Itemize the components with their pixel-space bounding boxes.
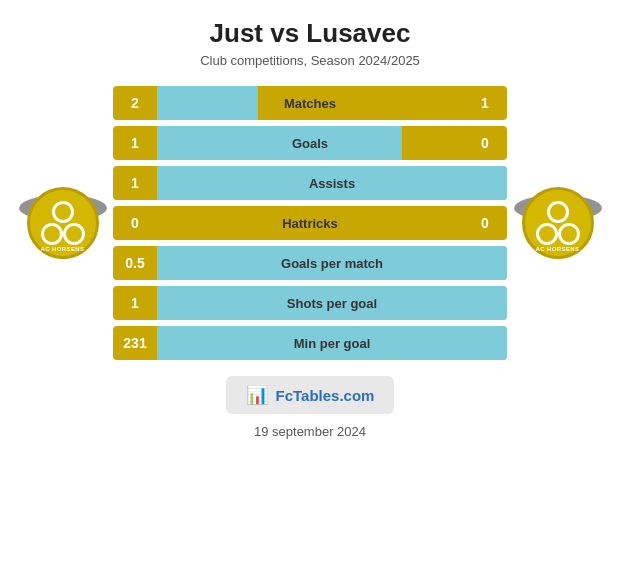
stat-left-value: 0.5: [113, 246, 157, 280]
stat-bar: Goals per match: [157, 246, 507, 280]
brand-icon: 📊: [246, 384, 268, 406]
stat-label: Hattricks: [157, 216, 463, 231]
stat-right-value: 0: [463, 126, 507, 160]
stat-left-value: 2: [113, 86, 157, 120]
stat-row: 0.5Goals per match: [113, 246, 507, 280]
stat-right-value: 1: [463, 86, 507, 120]
left-team-logo: AC HORSENS: [20, 187, 105, 259]
stat-bar: Hattricks: [157, 206, 463, 240]
stat-bar-fill: [157, 126, 402, 160]
stat-left-value: 1: [113, 286, 157, 320]
right-team-logo: AC HORSENS: [515, 187, 600, 259]
stat-bar-fill: [157, 86, 258, 120]
stat-bar: Matches: [157, 86, 463, 120]
stat-row: 1Shots per goal: [113, 286, 507, 320]
stat-bar: Min per goal: [157, 326, 507, 360]
stat-row: 1Assists: [113, 166, 507, 200]
left-logo-text: AC HORSENS: [40, 246, 84, 252]
stat-row: 1Goals0: [113, 126, 507, 160]
stat-bar: Shots per goal: [157, 286, 507, 320]
stat-left-value: 0: [113, 206, 157, 240]
stat-right-value: 0: [463, 206, 507, 240]
stat-bar-fill: [157, 286, 507, 320]
date-label: 19 september 2024: [254, 424, 366, 439]
stat-row: 231Min per goal: [113, 326, 507, 360]
stat-bar-fill: [157, 246, 507, 280]
stat-bar: Assists: [157, 166, 507, 200]
page-title: Just vs Lusavec: [210, 18, 411, 49]
page-subtitle: Club competitions, Season 2024/2025: [200, 53, 420, 68]
stat-row: 2Matches1: [113, 86, 507, 120]
stat-bar-fill: [157, 326, 507, 360]
stats-panel: 2Matches11Goals01Assists0Hattricks00.5Go…: [105, 86, 515, 360]
right-logo-text: AC HORSENS: [535, 246, 579, 252]
brand-logo: 📊 FcTables.com: [226, 376, 395, 414]
stat-bar-fill: [157, 166, 507, 200]
brand-text: FcTables.com: [276, 387, 375, 404]
stat-left-value: 1: [113, 126, 157, 160]
stat-left-value: 1: [113, 166, 157, 200]
stat-row: 0Hattricks0: [113, 206, 507, 240]
stat-bar: Goals: [157, 126, 463, 160]
stat-left-value: 231: [113, 326, 157, 360]
